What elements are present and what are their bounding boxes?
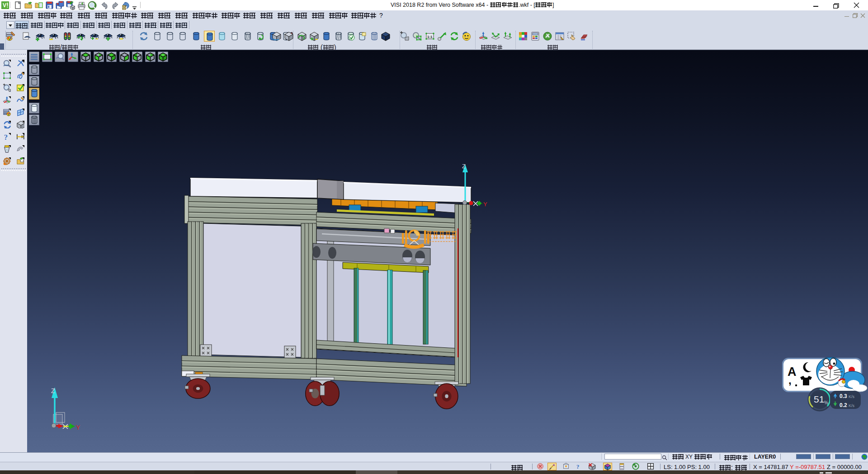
- svg-text:1:1: 1:1: [427, 35, 433, 39]
- svg-text:?: ?: [4, 133, 8, 141]
- svg-text:V: V: [3, 2, 6, 9]
- svg-text:?: ?: [576, 464, 579, 470]
